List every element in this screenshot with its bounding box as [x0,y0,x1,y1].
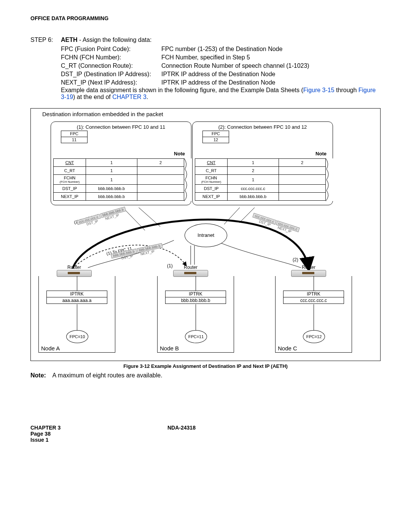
fpc-value: 11 [61,137,88,143]
param-name: DST_IP (Destination IP Address): [61,70,161,78]
param-val: Connection Route Number of speech channe… [161,62,311,70]
router-b-icon: Router [172,265,210,277]
callout-fpc11: (1): Connection between FPC 10 and 11 FP… [51,121,191,205]
iptrk-ip: ccc.ccc.ccc.c [284,297,344,304]
node-a: IPTRKaaa.aaa.aaa.a FPC=10 Node A [38,276,115,353]
param-val: IPTRK IP address of the Destination Node [161,70,311,78]
step-command: AETH [61,37,78,43]
network-area: Intranet (2) To FPC 12 ccc.ccc.ccc.cbbb.… [31,208,380,360]
footer-doc: NDA-24318 [167,425,196,443]
callout-table: CNT12 C_RT1 FCHN(FCH Number)1 DST_IPbbb.… [53,158,184,201]
param-name: FCHN (FCH Number): [61,53,161,62]
note-label: Note [174,151,185,157]
fpc-label: FPC [202,131,229,137]
section-header: OFFICE DATA PROGRAMMING [30,15,381,21]
step-label: STEP 6: [30,37,61,101]
param-name: C_RT (Connection Route): [61,62,161,70]
iptrk-label: IPTRK [47,291,107,297]
param-name: FPC (Fusion Point Code): [61,45,161,53]
intranet-cloud: Intranet [185,224,227,247]
fpc-circle: FPC=11 [185,330,207,343]
link-figure-3-15[interactable]: Figure 3-15 [303,87,335,93]
param-table: FPC (Fusion Point Code):FPC number (1-25… [61,45,311,87]
footer-chapter: CHAPTER 3 [30,425,167,431]
param-val: IPTRK IP address of the Destination Node [161,78,311,87]
iptrk-ip: bbb.bbb.bbb.b [166,297,226,304]
callout-fpc12: (2): Connection between FPC 10 and 12 FP… [192,121,333,205]
route-tags-fpc12-right: ccc.ccc.ccc.cccc.ccc.ccc.c DST_IP NEXT_I… [251,213,301,236]
iptrk-label: IPTRK [284,291,344,297]
page-footer: CHAPTER 3 Page 38 Issue 1 NDA-24318 [30,425,381,443]
step-example-text: Example data assignment is shown in the … [61,87,381,101]
node-name: Node B [160,345,179,351]
link-chapter-3[interactable]: CHAPTER 3 [112,94,147,100]
param-name: NEXT_IP (Next IP Address): [61,78,161,87]
fpc-value: 12 [202,137,229,143]
fpc-label: FPC [61,131,88,137]
callout-title: (2): Connection between FPC 10 and 12 [195,124,330,130]
note-text: A maximum of eight routes are available. [53,372,162,379]
iptrk-label: IPTRK [166,291,226,297]
iptrk-ip: aaa.aaa.aaa.a [47,297,107,304]
footer-page: Page 38 [30,431,167,437]
fpc-circle: FPC=12 [303,330,325,343]
step-desc: - Assign the following data: [78,37,152,43]
footer-issue: Issue 1 [30,437,167,443]
router-c-icon: Router [290,265,328,277]
note-max-routes: Note: A maximum of eight routes are avai… [30,372,381,379]
node-name: Node A [41,345,60,351]
callout-title: (1): Connection between FPC 10 and 11 [53,124,189,130]
node-c: IPTRKccc.ccc.ccc.c FPC=12 Node C [275,276,352,353]
diagram-title: Destination information embedded in the … [42,111,163,117]
torn-edge-icon [326,158,333,201]
note-label: Note: [30,372,51,379]
diagram-aeth: Destination information embedded in the … [30,108,381,361]
callout-table: CNT12 C_RT2 FCHN(FCH Number)1 DST_IPccc.… [195,158,326,201]
step-6: STEP 6: AETH - Assign the following data… [30,37,381,101]
param-val: FPC number (1-253) of the Destination No… [161,45,311,53]
note-label: Note [315,151,327,157]
torn-edge-icon [184,158,192,201]
figure-caption: Figure 3-12 Example Assignment of Destin… [30,363,381,369]
router-a-icon: Router [55,265,93,277]
param-val: FCH Number, specified in Step 5 [161,53,311,62]
route-num-2: (2) [293,257,298,262]
node-b: IPTRKbbb.bbb.bbb.b FPC=11 Node B [157,276,234,353]
route-tags-fpc11: bbb.bbb.bbb.bbbb.bbb.bbb.b DST_IP NEXT_I… [111,243,164,262]
fpc-circle: FPC=10 [66,330,88,343]
node-name: Node C [278,345,297,351]
